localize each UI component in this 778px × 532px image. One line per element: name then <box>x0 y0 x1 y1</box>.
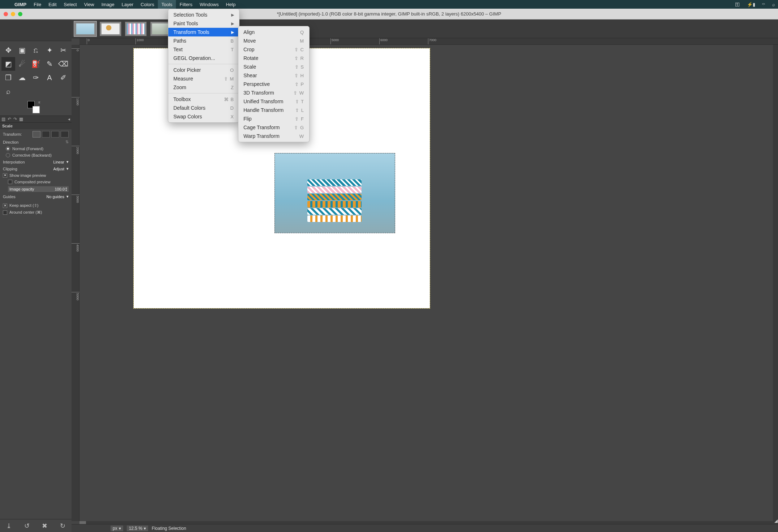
text-tool[interactable]: A <box>43 71 56 84</box>
menu-edit[interactable]: Edit <box>45 0 60 9</box>
menu-help[interactable]: Help <box>222 0 239 9</box>
brush-tool[interactable]: ✎ <box>43 57 56 71</box>
image-tab-2[interactable] <box>100 22 121 36</box>
wifi-icon[interactable]: ⌔ <box>762 2 765 7</box>
transform-menu-item-shear[interactable]: Shear⇧ H <box>238 71 309 80</box>
interpolation-select[interactable]: InterpolationLinear▾ <box>3 158 69 165</box>
tools-menu-item-selection-tools[interactable]: Selection Tools▶ <box>168 10 239 19</box>
clone-tool[interactable]: ❐ <box>1 71 15 84</box>
tools-menu-item-default-colors[interactable]: Default ColorsD <box>168 104 239 112</box>
vertical-ruler[interactable]: 010002000300040005000 <box>72 45 79 521</box>
tools-menu-item-measure[interactable]: Measure⇧ M <box>168 74 239 83</box>
crop-tool[interactable]: ✂ <box>56 43 70 57</box>
rect-select-tool[interactable]: ▣ <box>15 43 29 57</box>
clipping-select[interactable]: ClippingAdjust▾ <box>3 165 69 172</box>
tools-menu-item-paint-tools[interactable]: Paint Tools▶ <box>168 19 239 28</box>
lasso-tool[interactable]: ⎌ <box>29 43 43 57</box>
image-tab-1[interactable]: ✕ <box>74 22 96 36</box>
guides-select[interactable]: GuidesNo guides▾ <box>3 193 69 200</box>
tool-options-tabs: ▥ ↶ ↷ ▦ ◂ <box>0 115 72 123</box>
transform-menu-item-align[interactable]: AlignQ <box>238 28 309 36</box>
transform-target-layer[interactable] <box>33 131 40 138</box>
transform-menu-item-crop[interactable]: Crop⇧ C <box>238 45 309 54</box>
minimize-window-button[interactable] <box>11 12 15 16</box>
transform-menu-item-flip[interactable]: Flip⇧ F <box>238 114 309 123</box>
fullscreen-window-button[interactable] <box>18 12 22 16</box>
image-tab-3[interactable] <box>125 22 147 36</box>
move-tool[interactable]: ✥ <box>1 43 15 57</box>
tools-menu-item-transform-tools[interactable]: Transform Tools▶ <box>168 28 239 36</box>
around-center-check[interactable] <box>3 210 7 215</box>
transform-menu-item-perspective[interactable]: Perspective⇧ P <box>238 80 309 88</box>
zoom-select[interactable]: 12.5 %▾ <box>127 526 148 531</box>
picker-tool[interactable]: ✐ <box>56 71 70 84</box>
unit-select[interactable]: px▾ <box>111 526 123 531</box>
transform-menu-item-scale[interactable]: Scale⇧ S <box>238 62 309 71</box>
transform-menu-item-3d-transform[interactable]: 3D Transform⇧ W <box>238 88 309 97</box>
restore-preset-icon[interactable]: ↺ <box>24 522 30 530</box>
fuzzy-select-tool[interactable]: ✦ <box>43 43 56 57</box>
tools-menu-item-swap-colors[interactable]: Swap ColorsX <box>168 112 239 121</box>
direction-forward-radio[interactable] <box>6 147 10 151</box>
transform-target-selection[interactable] <box>42 131 50 138</box>
smudge-tool[interactable]: ☁ <box>15 71 29 84</box>
tools-menu-item-zoom[interactable]: ZoomZ <box>168 83 239 92</box>
tools-menu-item-toolbox[interactable]: Toolbox⌘ B <box>168 95 239 104</box>
bucket-tool[interactable]: ⛽ <box>29 57 43 71</box>
menu-view[interactable]: View <box>81 0 98 9</box>
keep-aspect-check[interactable] <box>3 204 7 208</box>
tab-config-icon[interactable]: ◂ <box>68 117 70 122</box>
transform-tools-submenu: AlignQMoveMCrop⇧ CRotate⇧ RScale⇧ SShear… <box>238 26 310 142</box>
direction-lock-icon[interactable]: ⇅ <box>65 140 69 144</box>
navigate-icon[interactable]: ◢ <box>774 518 778 523</box>
tab-undo[interactable]: ↷ <box>13 117 17 122</box>
transform-tool[interactable]: ◩ <box>1 57 15 71</box>
app-name[interactable]: GIMP <box>11 2 30 7</box>
menu-filters[interactable]: Filters <box>176 0 196 9</box>
composited-check[interactable] <box>8 180 12 184</box>
close-window-button[interactable] <box>4 12 8 16</box>
tools-menu-item-paths[interactable]: PathsB <box>168 36 239 45</box>
transform-menu-item-rotate[interactable]: Rotate⇧ R <box>238 54 309 62</box>
tools-menu-item-text[interactable]: TextT <box>168 45 239 54</box>
path-tool[interactable]: ✑ <box>29 71 43 84</box>
save-preset-icon[interactable]: ⤓ <box>6 522 12 530</box>
warp-tool[interactable]: ☄ <box>15 57 29 71</box>
tab-device[interactable]: ↶ <box>8 117 11 122</box>
menu-colors[interactable]: Colors <box>137 0 158 9</box>
transform-target-image[interactable] <box>61 131 69 138</box>
reset-icon[interactable]: ↻ <box>60 522 65 530</box>
tools-menu-item-gegl-operation[interactable]: GEGL Operation... <box>168 54 239 62</box>
floating-selection[interactable] <box>275 153 395 233</box>
eraser-tool[interactable]: ⌫ <box>56 57 70 71</box>
transform-target-path[interactable] <box>51 131 59 138</box>
battery-icon[interactable]: ⚡▮ <box>747 2 755 7</box>
menu-select[interactable]: Select <box>60 0 81 9</box>
transform-menu-item-handle-transform[interactable]: Handle Transform⇧ L <box>238 106 309 114</box>
menu-file[interactable]: File <box>30 0 45 9</box>
tab-tool-options[interactable]: ▥ <box>1 117 5 122</box>
show-preview-check[interactable] <box>3 173 7 178</box>
tool-options-actions: ⤓ ↺ ✖ ↻ <box>0 519 72 532</box>
delete-preset-icon[interactable]: ✖ <box>42 522 47 530</box>
transform-menu-item-warp-transform[interactable]: Warp TransformW <box>238 132 309 140</box>
zoom-tool[interactable]: ⌕ <box>1 84 15 98</box>
transform-menu-item-unified-transform[interactable]: Unified Transform⇧ T <box>238 97 309 106</box>
menu-windows[interactable]: Windows <box>196 0 222 9</box>
transform-menu-item-cage-transform[interactable]: Cage Transform⇧ G <box>238 123 309 132</box>
menu-image[interactable]: Image <box>98 0 118 9</box>
menu-layer[interactable]: Layer <box>118 0 137 9</box>
opacity-stepper[interactable]: ▴▾ <box>65 187 67 192</box>
menu-tools[interactable]: Tools <box>158 0 176 9</box>
swap-colors-icon[interactable]: ⤭ <box>38 100 40 104</box>
vertical-scrollbar[interactable]: ◢ <box>773 45 778 524</box>
tools-menu-item-color-picker[interactable]: Color PickerO <box>168 66 239 74</box>
key-icon[interactable]: ⚿ <box>735 2 740 7</box>
background-color[interactable] <box>33 106 40 113</box>
search-icon[interactable]: ⌕ <box>772 2 775 7</box>
direction-backward-radio[interactable] <box>6 153 10 157</box>
opacity-field[interactable]: Image opacity 100.0 ▴▾ <box>8 186 69 192</box>
transform-menu-item-move[interactable]: MoveM <box>238 36 309 45</box>
tab-image[interactable]: ▦ <box>19 117 23 122</box>
color-swatches[interactable]: ⤭ <box>0 100 72 115</box>
